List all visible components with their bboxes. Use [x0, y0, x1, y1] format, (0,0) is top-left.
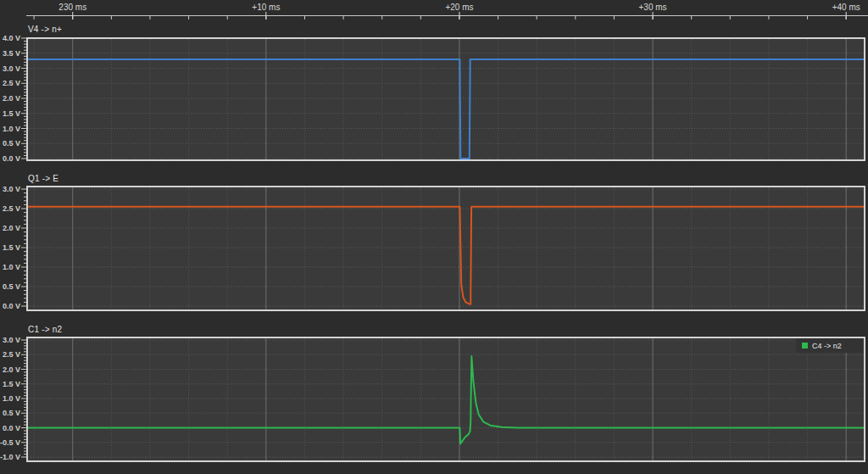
y-axis-label: 0.0 V: [3, 154, 20, 163]
plot-frame: [27, 187, 865, 310]
y-axis-label: 1.5 V: [3, 243, 20, 252]
time-ruler[interactable]: 230 ms+10 ms+20 ms+30 ms+40 ms: [26, 3, 868, 20]
y-axis-label: 3.0 V: [3, 64, 20, 73]
y-axis-label: 0.5 V: [3, 282, 20, 291]
y-axis-label: 2.0 V: [3, 224, 20, 232]
y-axis-label: 1.0 V: [3, 125, 20, 133]
y-axis-label: 1.5 V: [3, 109, 20, 118]
plot2-title: Q1 -> E: [28, 174, 58, 183]
scope-plot-2[interactable]: 3.0 V2.5 V2.0 V1.5 V1.0 V0.5 V0.0 V: [3, 185, 865, 310]
scope-plot-3[interactable]: 3.0 V2.5 V2.0 V1.5 V1.0 V0.5 V0.0 V-0.5 …: [0, 336, 865, 461]
legend-box[interactable]: C4 -> n2: [796, 338, 863, 353]
y-axis-label: -0.5 V: [0, 438, 20, 447]
ruler-label: +20 ms: [445, 3, 473, 12]
ruler-label: 230 ms: [58, 3, 86, 12]
y-axis-label: 3.0 V: [3, 185, 20, 193]
y-axis-label: 2.0 V: [3, 94, 20, 103]
scope-canvas[interactable]: 230 ms+10 ms+20 ms+30 ms+40 ms4.0 V3.5 V…: [0, 0, 868, 474]
y-axis-label: 2.5 V: [3, 204, 20, 213]
ruler-label: +40 ms: [832, 3, 860, 12]
y-axis-label: 3.5 V: [3, 49, 20, 58]
y-axis-label: 2.5 V: [3, 79, 20, 87]
legend-label: C4 -> n2: [812, 342, 842, 350]
y-axis-label: 0.0 V: [3, 424, 20, 432]
y-axis-label: 4.0 V: [3, 34, 20, 42]
plot-frame: [27, 38, 865, 160]
y-axis-label: 0.5 V: [3, 139, 20, 148]
y-axis-label: 3.0 V: [3, 336, 20, 344]
y-axis-label: 0.5 V: [3, 409, 20, 417]
plot3-title: C1 -> n2: [28, 325, 62, 334]
y-axis-label: -1.0 V: [0, 453, 20, 461]
legend-swatch-icon: [802, 343, 808, 349]
y-axis-label: 0.0 V: [3, 302, 20, 310]
y-axis-label: 2.5 V: [3, 350, 20, 359]
scope-plot-1[interactable]: 4.0 V3.5 V3.0 V2.5 V2.0 V1.5 V1.0 V0.5 V…: [3, 34, 865, 163]
y-axis-label: 2.0 V: [3, 365, 20, 374]
ruler-label: +30 ms: [639, 3, 667, 12]
y-axis-label: 1.0 V: [3, 263, 20, 271]
y-axis-label: 1.5 V: [3, 380, 20, 388]
y-axis-label: 1.0 V: [3, 394, 20, 403]
plot1-title: V4 -> n+: [28, 25, 62, 34]
ruler-label: +10 ms: [252, 3, 280, 12]
oscilloscope-screen: 230 ms+10 ms+20 ms+30 ms+40 ms4.0 V3.5 V…: [0, 0, 868, 474]
